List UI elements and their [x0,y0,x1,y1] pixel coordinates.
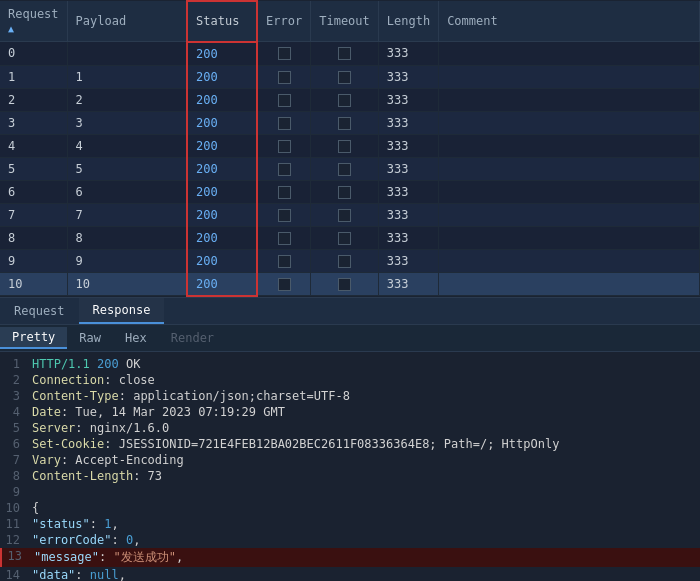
cell-timeout[interactable] [311,249,379,272]
table-row[interactable]: 9 9 200 333 [0,249,700,272]
line-number: 7 [0,453,28,467]
cell-timeout[interactable] [311,226,379,249]
cell-payload: 2 [67,88,187,111]
response-line: 7Vary: Accept-Encoding [0,452,700,468]
sub-tab-pretty[interactable]: Pretty [0,327,67,349]
timeout-checkbox[interactable] [338,117,351,130]
cell-error[interactable] [257,42,311,66]
line-number: 8 [0,469,28,483]
tab-request[interactable]: Request [0,299,79,323]
cell-length: 333 [378,180,438,203]
cell-timeout[interactable] [311,272,379,296]
cell-error[interactable] [257,249,311,272]
timeout-checkbox[interactable] [338,94,351,107]
timeout-checkbox[interactable] [338,140,351,153]
error-checkbox[interactable] [278,163,291,176]
cell-timeout[interactable] [311,203,379,226]
timeout-checkbox[interactable] [338,47,351,60]
line-content: { [28,501,700,515]
line-number: 2 [0,373,28,387]
error-checkbox[interactable] [278,47,291,60]
timeout-checkbox[interactable] [338,71,351,84]
cell-status: 200 [187,65,257,88]
cell-timeout[interactable] [311,180,379,203]
cell-error[interactable] [257,203,311,226]
col-header-comment[interactable]: Comment [439,1,700,42]
table-row[interactable]: 3 3 200 333 [0,111,700,134]
col-header-length[interactable]: Length [378,1,438,42]
cell-timeout[interactable] [311,42,379,66]
table-row[interactable]: 5 5 200 333 [0,157,700,180]
error-checkbox[interactable] [278,117,291,130]
sub-tab-raw[interactable]: Raw [67,328,113,348]
cell-error[interactable] [257,157,311,180]
sort-icon: ▲ [8,23,14,34]
timeout-checkbox[interactable] [338,163,351,176]
cell-error[interactable] [257,180,311,203]
table-row[interactable]: 4 4 200 333 [0,134,700,157]
cell-payload: 10 [67,272,187,296]
table-row[interactable]: 6 6 200 333 [0,180,700,203]
error-checkbox[interactable] [278,71,291,84]
cell-error[interactable] [257,88,311,111]
error-checkbox[interactable] [278,140,291,153]
table-row[interactable]: 0 200 333 [0,42,700,66]
line-content: Content-Type: application/json;charset=U… [28,389,700,403]
timeout-checkbox[interactable] [338,278,351,291]
cell-request: 7 [0,203,67,226]
cell-payload: 4 [67,134,187,157]
timeout-checkbox[interactable] [338,232,351,245]
cell-error[interactable] [257,134,311,157]
cell-comment [439,203,700,226]
response-line: 8Content-Length: 73 [0,468,700,484]
cell-timeout[interactable] [311,157,379,180]
cell-request: 9 [0,249,67,272]
table-row[interactable]: 8 8 200 333 [0,226,700,249]
cell-error[interactable] [257,111,311,134]
cell-timeout[interactable] [311,111,379,134]
col-header-payload[interactable]: Payload [67,1,187,42]
error-checkbox[interactable] [278,232,291,245]
cell-error[interactable] [257,272,311,296]
col-header-request[interactable]: Request ▲ [0,1,67,42]
error-checkbox[interactable] [278,209,291,222]
error-checkbox[interactable] [278,278,291,291]
cell-status: 200 [187,42,257,66]
cell-length: 333 [378,88,438,111]
error-checkbox[interactable] [278,186,291,199]
table-row[interactable]: 1 1 200 333 [0,65,700,88]
cell-length: 333 [378,134,438,157]
line-content: "errorCode": 0, [28,533,700,547]
table-row[interactable]: 2 2 200 333 [0,88,700,111]
cell-status: 200 [187,180,257,203]
cell-length: 333 [378,111,438,134]
cell-timeout[interactable] [311,134,379,157]
sub-tab-render[interactable]: Render [159,328,226,348]
cell-timeout[interactable] [311,88,379,111]
col-header-error[interactable]: Error [257,1,311,42]
col-header-timeout[interactable]: Timeout [311,1,379,42]
timeout-checkbox[interactable] [338,255,351,268]
error-checkbox[interactable] [278,94,291,107]
cell-payload: 3 [67,111,187,134]
line-content: HTTP/1.1 200 OK [28,357,700,371]
table-row[interactable]: 10 10 200 333 [0,272,700,296]
cell-timeout[interactable] [311,65,379,88]
line-content: "data": null, [28,568,700,582]
cell-error[interactable] [257,65,311,88]
sub-tabs-bar: Pretty Raw Hex Render [0,325,700,352]
col-header-status[interactable]: Status [187,1,257,42]
timeout-checkbox[interactable] [338,186,351,199]
timeout-checkbox[interactable] [338,209,351,222]
sub-tab-hex[interactable]: Hex [113,328,159,348]
tab-response[interactable]: Response [79,298,165,324]
cell-length: 333 [378,65,438,88]
cell-error[interactable] [257,226,311,249]
line-number: 13 [2,549,30,566]
error-checkbox[interactable] [278,255,291,268]
cell-status: 200 [187,157,257,180]
cell-length: 333 [378,249,438,272]
line-number: 1 [0,357,28,371]
line-content: Content-Length: 73 [28,469,700,483]
table-row[interactable]: 7 7 200 333 [0,203,700,226]
